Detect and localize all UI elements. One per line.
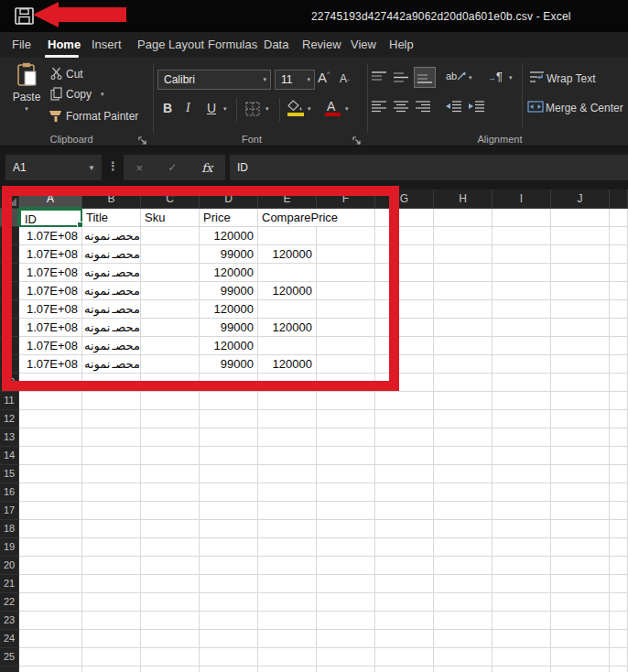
cell-C11[interactable]: [141, 392, 200, 410]
cell-D22[interactable]: [200, 593, 258, 612]
cell-H3[interactable]: [434, 245, 493, 264]
cell-A21[interactable]: [19, 575, 82, 593]
cell-C19[interactable]: [141, 538, 200, 557]
row-header-16[interactable]: 16: [0, 483, 19, 502]
cell-B11[interactable]: [82, 392, 141, 410]
cell-B5[interactable]: نمونهمحصـ: [82, 282, 141, 300]
tab-data[interactable]: Data: [264, 32, 288, 58]
cell-F24[interactable]: [317, 630, 375, 648]
cell-A10[interactable]: [19, 374, 82, 392]
align-right-icon[interactable]: [416, 101, 430, 113]
cell-F13[interactable]: [317, 428, 375, 447]
cell-H25[interactable]: [434, 648, 493, 667]
cell-A5[interactable]: 1.07E+08: [19, 282, 82, 300]
cell-D15[interactable]: [200, 465, 258, 483]
cell-G20[interactable]: [375, 557, 434, 575]
cell-E4[interactable]: [258, 264, 317, 282]
cell-C7[interactable]: [141, 319, 200, 337]
cell-E20[interactable]: [258, 557, 317, 575]
cell-K4[interactable]: [610, 264, 628, 282]
cell-G25[interactable]: [375, 648, 434, 667]
cell-A7[interactable]: 1.07E+08: [19, 319, 82, 337]
cell-F18[interactable]: [317, 520, 375, 538]
save-icon[interactable]: [15, 7, 34, 25]
tab-insert[interactable]: Insert: [92, 32, 122, 58]
name-box[interactable]: A1 ▼: [5, 155, 102, 180]
cell-F9[interactable]: [317, 355, 375, 374]
row-header-2[interactable]: 2: [0, 227, 19, 245]
cell-B9[interactable]: نمونهمحصـ: [82, 355, 141, 374]
formula-input[interactable]: ID: [230, 155, 628, 180]
cell-C16[interactable]: [141, 483, 200, 502]
row-header-9[interactable]: 9: [0, 355, 19, 374]
cell-K7[interactable]: [610, 319, 628, 337]
cell-G19[interactable]: [375, 538, 434, 557]
column-header-A[interactable]: A: [19, 190, 82, 209]
cell-D23[interactable]: [200, 612, 258, 630]
cell-E11[interactable]: [258, 392, 317, 410]
cell-D10[interactable]: [200, 374, 258, 392]
cell-C2[interactable]: [141, 227, 200, 245]
cell-A17[interactable]: [19, 502, 82, 520]
cell-D14[interactable]: [200, 447, 258, 465]
row-header-17[interactable]: 17: [0, 502, 19, 520]
cell-E24[interactable]: [258, 630, 317, 648]
cell-E13[interactable]: [258, 428, 317, 447]
cell-C24[interactable]: [141, 630, 200, 648]
tab-home[interactable]: Home: [48, 32, 81, 58]
cell-J26[interactable]: [551, 667, 610, 672]
cell-K1[interactable]: [610, 209, 628, 227]
cell-C22[interactable]: [141, 593, 200, 612]
cell-H21[interactable]: [434, 575, 493, 593]
cell-F3[interactable]: [317, 245, 375, 264]
cell-D16[interactable]: [200, 483, 258, 502]
cell-I12[interactable]: [493, 410, 551, 428]
column-header-B[interactable]: B: [82, 190, 141, 209]
cell-J15[interactable]: [551, 465, 610, 483]
cell-I6[interactable]: [493, 300, 551, 319]
cell-G17[interactable]: [375, 502, 434, 520]
cell-C23[interactable]: [141, 612, 200, 630]
cell-A1[interactable]: ID: [19, 209, 82, 227]
cell-H10[interactable]: [434, 374, 493, 392]
cell-A13[interactable]: [19, 428, 82, 447]
bottom-align-icon[interactable]: [417, 71, 432, 83]
row-header-23[interactable]: 23: [0, 612, 19, 630]
cell-I22[interactable]: [493, 593, 551, 612]
cell-A23[interactable]: [19, 612, 82, 630]
cell-J16[interactable]: [551, 483, 610, 502]
cell-K3[interactable]: [610, 245, 628, 264]
cell-G1[interactable]: [375, 209, 434, 227]
cell-F4[interactable]: [317, 264, 375, 282]
cell-D13[interactable]: [200, 428, 258, 447]
cell-B18[interactable]: [82, 520, 141, 538]
decrease-font-size-button[interactable]: Aˇ: [340, 72, 350, 86]
cell-K19[interactable]: [610, 538, 628, 557]
cell-I25[interactable]: [493, 648, 551, 667]
cell-B15[interactable]: [82, 465, 141, 483]
cell-I18[interactable]: [493, 520, 551, 538]
cell-F11[interactable]: [317, 392, 375, 410]
row-header-8[interactable]: 8: [0, 337, 19, 355]
cell-H5[interactable]: [434, 282, 493, 300]
cell-F26[interactable]: [317, 667, 375, 672]
cell-I2[interactable]: [493, 227, 551, 245]
cell-A15[interactable]: [19, 465, 82, 483]
row-header-15[interactable]: 15: [0, 465, 19, 483]
merge-center-button[interactable]: Merge & Center: [546, 102, 623, 114]
cell-A22[interactable]: [19, 593, 82, 612]
cell-J19[interactable]: [551, 538, 610, 557]
cell-D3[interactable]: 99000: [200, 245, 258, 264]
text-direction-dropdown-icon[interactable]: ▾: [509, 74, 513, 81]
cell-D17[interactable]: [200, 502, 258, 520]
cell-C3[interactable]: [141, 245, 200, 264]
cell-K22[interactable]: [610, 593, 628, 612]
cell-F25[interactable]: [317, 648, 375, 667]
cell-J8[interactable]: [551, 337, 610, 355]
cell-E18[interactable]: [258, 520, 317, 538]
cell-B12[interactable]: [82, 410, 141, 428]
cell-E21[interactable]: [258, 575, 317, 593]
cell-H16[interactable]: [434, 483, 493, 502]
cell-C8[interactable]: [141, 337, 200, 355]
row-header-20[interactable]: 20: [0, 557, 19, 575]
